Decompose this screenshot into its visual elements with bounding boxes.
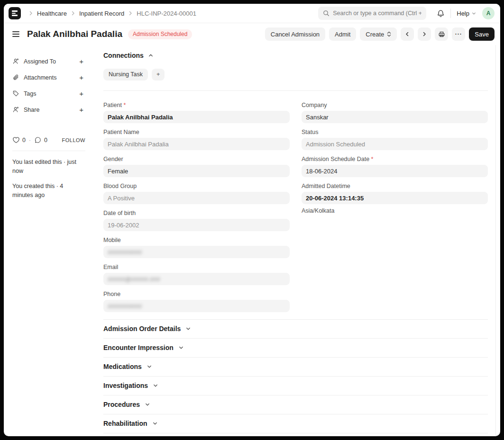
share-button[interactable]: + — [77, 105, 85, 114]
search-input[interactable] — [333, 10, 422, 17]
sidebar-item-tags: Tags + — [12, 89, 85, 99]
sidebar-item-share: Share + — [12, 105, 85, 115]
sidebar-item-label[interactable]: Attachments — [24, 74, 56, 81]
app-window: Healthcare Inpatient Record HLC-INP-2024… — [4, 4, 500, 436]
chevron-down-icon — [145, 402, 150, 407]
page-actions: Cancel Admission Admit Create — [265, 27, 495, 41]
section-encounter-impression[interactable]: Encounter Impression — [103, 338, 488, 357]
breadcrumb: Healthcare Inpatient Record HLC-INP-2024… — [25, 10, 196, 17]
comment-count[interactable]: 0 — [44, 137, 47, 144]
heart-icon[interactable] — [12, 136, 20, 144]
printer-icon — [438, 31, 445, 38]
user-avatar[interactable]: A — [482, 7, 495, 19]
patient-field: Patient Palak Anilbhai Padalia — [103, 102, 290, 123]
form-sidebar: Assigned To + Attachments + Tags + — [4, 45, 93, 436]
follow-button[interactable]: FOLLOW — [62, 137, 85, 143]
company-field: Company Sanskar — [302, 102, 488, 123]
chevron-up-down-icon — [387, 31, 391, 37]
section-admission-order-details[interactable]: Admission Order Details — [103, 319, 488, 338]
phone-input[interactable]: ########## — [103, 300, 290, 312]
patient-input[interactable]: Palak Anilbhai Padalia — [103, 111, 290, 123]
like-count[interactable]: 0 — [22, 137, 26, 144]
page-head: Palak Anilbhai Padalia Admission Schedul… — [4, 23, 500, 45]
page-title: Palak Anilbhai Padalia — [27, 29, 122, 39]
chevron-right-icon — [70, 10, 76, 16]
field-label: Date of birth — [103, 210, 290, 216]
assign-user-icon — [12, 58, 19, 65]
mobile-input[interactable]: ########## — [103, 246, 290, 258]
breadcrumb-healthcare[interactable]: Healthcare — [37, 10, 67, 17]
date-of-birth-input[interactable]: 19-06-2002 — [103, 219, 290, 231]
cancel-admission-button[interactable]: Cancel Admission — [265, 27, 325, 41]
redacted-value: ########## — [108, 249, 142, 256]
chevron-right-icon — [422, 31, 427, 37]
document-follow-row: 0 · 0 FOLLOW — [12, 136, 85, 144]
notifications-bell-icon[interactable] — [437, 9, 445, 18]
previous-record-button[interactable] — [401, 27, 414, 41]
section-procedures[interactable]: Procedures — [103, 395, 488, 414]
nursing-task-link[interactable]: Nursing Task — [103, 69, 148, 81]
help-label: Help — [457, 10, 469, 17]
search-icon — [323, 10, 330, 17]
print-button[interactable] — [435, 27, 448, 41]
help-menu[interactable]: Help — [457, 10, 477, 17]
chevron-right-icon — [128, 10, 133, 16]
admitted-datetime-field: Admitted Datetime 20-06-2024 13:14:35 As… — [302, 183, 488, 214]
page-body: Assigned To + Attachments + Tags + — [4, 45, 500, 436]
sidebar-item-label[interactable]: Tags — [24, 90, 36, 97]
company-input[interactable]: Sanskar — [302, 111, 488, 123]
next-record-button[interactable] — [418, 27, 431, 41]
menu-button[interactable]: ··· — [452, 27, 465, 41]
navbar-divider — [450, 9, 451, 18]
patient-name-field: Patient Name Palak Anilbhai Padalia — [103, 129, 290, 150]
breadcrumb-record-id[interactable]: HLC-INP-2024-00001 — [137, 10, 196, 17]
chevron-down-icon — [178, 345, 184, 350]
field-label: Admission Schedule Date — [302, 156, 488, 162]
patient-name-input[interactable]: Palak Anilbhai Padalia — [103, 138, 290, 150]
status-field: Status Admission Scheduled — [302, 129, 488, 150]
field-label: Admitted Datetime — [302, 183, 488, 189]
section-rehabilitation[interactable]: Rehabilitation — [103, 414, 488, 433]
created-text[interactable]: You created this · 4 minutes ago — [12, 182, 83, 200]
section-title: Procedures — [103, 401, 140, 408]
navbar-right: Help A — [318, 7, 495, 20]
chevron-right-icon — [28, 10, 34, 16]
admission-schedule-date-input[interactable]: 18-06-2024 — [302, 165, 488, 177]
chevron-down-icon — [471, 11, 477, 16]
admit-button[interactable]: Admit — [329, 27, 356, 41]
sidebar-item-label[interactable]: Share — [24, 107, 39, 113]
sidebar-toggle-icon[interactable] — [10, 29, 21, 39]
email-input[interactable]: #####@#####.### — [103, 273, 290, 285]
add-attachment-button[interactable]: + — [77, 73, 85, 82]
field-label: Blood Group — [103, 183, 290, 189]
blood-group-input[interactable]: A Positive — [103, 192, 290, 204]
sidebar-item-assigned-to: Assigned To + — [12, 56, 85, 66]
count-separator: · — [29, 137, 31, 144]
sidebar-item-attachments: Attachments + — [12, 72, 85, 82]
mobile-field: Mobile ########## — [103, 237, 290, 258]
breadcrumb-inpatient-record[interactable]: Inpatient Record — [79, 10, 124, 17]
email-field: Email #####@#####.### — [103, 264, 290, 285]
add-connection-button[interactable]: + — [152, 69, 165, 81]
save-button[interactable]: Save — [469, 27, 495, 41]
gender-input[interactable]: Female — [103, 165, 290, 177]
field-label: Gender — [103, 156, 290, 162]
date-of-birth-field: Date of birth 19-06-2002 — [103, 210, 290, 231]
global-search[interactable] — [318, 7, 426, 20]
sidebar-item-label[interactable]: Assigned To — [24, 58, 56, 65]
create-button[interactable]: Create — [360, 27, 397, 41]
add-assignment-button[interactable]: + — [77, 57, 85, 66]
section-medications[interactable]: Medications — [103, 357, 488, 376]
chevron-left-icon — [404, 31, 410, 37]
section-title: Admission Order Details — [103, 325, 181, 332]
admitted-datetime-input[interactable]: 20-06-2024 13:14:35 — [302, 192, 488, 204]
comment-icon[interactable] — [34, 136, 42, 144]
status-input[interactable]: Admission Scheduled — [302, 138, 488, 150]
section-investigations[interactable]: Investigations — [103, 376, 488, 395]
frappe-logo-icon[interactable] — [9, 7, 21, 19]
connections-section-header[interactable]: Connections — [103, 52, 488, 59]
last-edited-text[interactable]: You last edited this · just now — [12, 158, 83, 176]
share-user-icon — [12, 106, 19, 113]
section-title: Investigations — [103, 382, 148, 389]
add-tag-button[interactable]: + — [77, 89, 85, 98]
